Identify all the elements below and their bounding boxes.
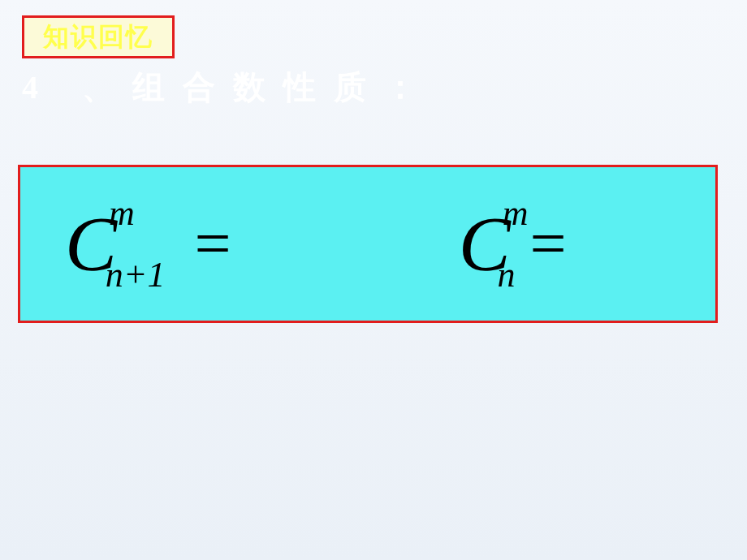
equals-sign: = xyxy=(195,207,231,281)
subscript-n-plus-1: n+1 xyxy=(106,254,166,295)
superscript-m: m xyxy=(503,192,529,234)
formula-left: C m n+1 = xyxy=(65,205,231,283)
knowledge-review-tag: 知识回忆 xyxy=(22,15,175,58)
subscript-n: n xyxy=(497,254,515,295)
formula-container: C m n+1 = C m n = xyxy=(18,165,718,323)
tag-label: 知识回忆 xyxy=(43,19,153,55)
superscript-m: m xyxy=(109,192,135,234)
equals-sign: = xyxy=(529,207,566,281)
formula-right: C m n = xyxy=(459,205,567,283)
section-heading: 4 、组合数性质： xyxy=(22,65,434,110)
